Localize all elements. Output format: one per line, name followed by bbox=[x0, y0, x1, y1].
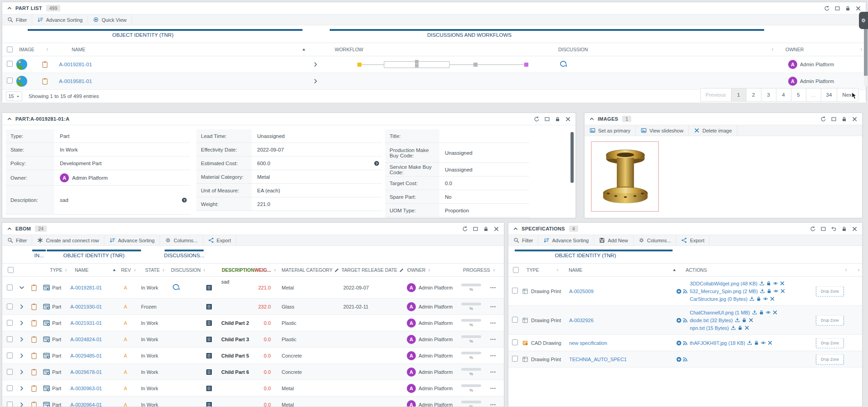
set-as-primary-button[interactable]: Set as primary bbox=[585, 125, 636, 136]
file-link[interactable]: diode.txt (32 Bytes) bbox=[690, 318, 733, 323]
page-button-5[interactable]: 5 bbox=[791, 88, 806, 102]
close-icon[interactable] bbox=[493, 226, 499, 232]
collapse-chevron-icon[interactable] bbox=[589, 116, 595, 122]
column-state[interactable]: STATE bbox=[145, 267, 166, 273]
clipboard-icon[interactable] bbox=[30, 336, 38, 343]
drop-zone[interactable]: Drop Zone bbox=[816, 315, 844, 325]
add-file-icon[interactable] bbox=[676, 288, 682, 294]
column-type[interactable]: TYPE bbox=[50, 267, 68, 273]
advance-sorting-button[interactable]: Advance Sorting bbox=[538, 235, 594, 245]
lock-icon[interactable] bbox=[737, 325, 743, 331]
description-table-icon[interactable] bbox=[205, 284, 213, 291]
close-icon[interactable] bbox=[852, 116, 858, 122]
expand-row-chevron-icon[interactable] bbox=[19, 304, 25, 310]
column-name[interactable]: NAME bbox=[75, 267, 88, 273]
refresh-icon[interactable] bbox=[820, 116, 826, 122]
table-row[interactable]: Part A-0029485-01 A In Work Child Part 5… bbox=[2, 348, 504, 364]
column-discussion[interactable]: DISCUSSION bbox=[558, 47, 588, 52]
row-checkbox[interactable] bbox=[7, 336, 13, 342]
row-menu-icon[interactable] bbox=[490, 320, 496, 326]
lock-icon[interactable] bbox=[841, 226, 847, 232]
collapse-chevron-icon[interactable] bbox=[7, 5, 12, 11]
part-name-link[interactable]: A-0021930-01 bbox=[70, 304, 102, 309]
download-icon[interactable] bbox=[747, 340, 752, 346]
row-checkbox[interactable] bbox=[7, 402, 13, 407]
description-table-icon[interactable] bbox=[205, 385, 213, 392]
row-menu-icon[interactable] bbox=[490, 353, 496, 359]
add-file-icon[interactable] bbox=[676, 340, 682, 346]
discussion-icon[interactable] bbox=[559, 60, 567, 69]
table-row[interactable]: Part A-0029678-01 A In Work Child Part 6… bbox=[2, 364, 504, 380]
tab-discussions[interactable]: DISCUSSIONS... bbox=[158, 253, 210, 258]
row-checkbox[interactable] bbox=[7, 385, 13, 391]
expand-chevron-icon[interactable] bbox=[312, 78, 319, 84]
add-file-icon[interactable] bbox=[676, 317, 682, 323]
row-checkbox[interactable] bbox=[7, 320, 13, 326]
table-row[interactable]: Drawing Print A-0025009 3DDCollabWidget.… bbox=[508, 277, 862, 306]
lock-icon[interactable] bbox=[741, 318, 747, 323]
column-type[interactable]: TYPE bbox=[527, 267, 539, 273]
quick-view-button[interactable]: Quick View bbox=[88, 15, 132, 25]
filter-button[interactable]: Filter bbox=[2, 235, 32, 245]
part-name-link[interactable]: A-0021931-01 bbox=[70, 320, 102, 326]
lock-icon[interactable] bbox=[759, 310, 764, 315]
lock-icon[interactable] bbox=[483, 226, 489, 232]
table-row[interactable]: Part A-0021930-01 A Frozen 232.0 Glass 2… bbox=[2, 299, 504, 315]
part-name-link[interactable]: A-0019281-01 bbox=[59, 62, 92, 67]
lock-icon[interactable] bbox=[555, 116, 561, 122]
expand-row-chevron-icon[interactable] bbox=[19, 353, 25, 359]
eye-icon[interactable] bbox=[763, 296, 768, 302]
help-icon[interactable] bbox=[181, 197, 187, 203]
expand-chevron-icon[interactable] bbox=[312, 61, 319, 68]
description-table-icon[interactable] bbox=[205, 336, 213, 343]
column-actions[interactable]: ACTIONS bbox=[686, 267, 707, 273]
close-icon[interactable] bbox=[852, 226, 858, 232]
refresh-icon[interactable] bbox=[534, 116, 540, 122]
help-icon[interactable] bbox=[374, 160, 380, 166]
row-menu-icon[interactable] bbox=[490, 369, 496, 375]
workflow-graphic[interactable] bbox=[357, 59, 531, 69]
remove-icon[interactable] bbox=[770, 296, 775, 302]
previous-page-button[interactable]: Previous bbox=[700, 88, 731, 102]
download-icon[interactable] bbox=[760, 289, 765, 294]
row-checkbox[interactable] bbox=[512, 356, 518, 362]
refresh-icon[interactable] bbox=[810, 226, 816, 232]
table-row[interactable]: Part A-0024824-01 A In Work Child Part 3… bbox=[2, 331, 504, 348]
row-checkbox[interactable] bbox=[512, 317, 518, 323]
spec-name-link[interactable]: TECHNIA_AUTO_SPEC1 bbox=[569, 357, 627, 362]
row-checkbox[interactable] bbox=[7, 353, 13, 358]
description-table-icon[interactable] bbox=[205, 352, 213, 359]
image-thumbnail-frame[interactable] bbox=[591, 141, 659, 212]
tab-discussions-workflows[interactable]: DISCUSSIONS AND WORKFLOWS bbox=[401, 32, 537, 38]
file-link[interactable]: thAFJOKH9T.jpg (18 KB) bbox=[690, 340, 745, 346]
delete-image-button[interactable]: Delete image bbox=[689, 125, 737, 136]
maximize-icon[interactable] bbox=[820, 226, 826, 232]
row-menu-icon[interactable] bbox=[490, 402, 496, 407]
part-name-link[interactable]: A-0029485-01 bbox=[70, 353, 102, 358]
download-icon[interactable] bbox=[731, 325, 736, 331]
part-thumbnail-globe[interactable] bbox=[16, 75, 28, 87]
download-icon[interactable] bbox=[735, 318, 740, 323]
expand-row-chevron-icon[interactable] bbox=[19, 402, 25, 407]
lock-icon[interactable] bbox=[756, 296, 761, 302]
filter-button[interactable]: Filter bbox=[2, 15, 32, 25]
spec-name-link[interactable]: A-0025009 bbox=[569, 289, 594, 294]
column-owner[interactable]: OWNER bbox=[407, 267, 431, 273]
clipboard-icon[interactable] bbox=[30, 319, 38, 327]
maximize-icon[interactable] bbox=[544, 116, 550, 122]
column-weight[interactable]: WEIG... bbox=[254, 267, 277, 273]
refresh-icon[interactable] bbox=[462, 226, 468, 232]
tab-object-identity[interactable]: OBJECT IDENTITY (TNR) bbox=[508, 253, 663, 258]
spec-name-link[interactable]: A-0032926 bbox=[569, 318, 594, 323]
table-row[interactable]: CAD Drawing new specification thAFJOKH9T… bbox=[508, 335, 862, 351]
file-link[interactable]: 532_Mercury_Spin.png (2 MB) bbox=[690, 289, 758, 294]
column-discussion[interactable]: DISCUSSION bbox=[171, 267, 206, 273]
maximize-icon[interactable] bbox=[831, 116, 837, 122]
row-menu-icon[interactable] bbox=[490, 284, 496, 291]
row-checkbox[interactable] bbox=[512, 339, 518, 345]
eye-icon[interactable] bbox=[766, 310, 771, 315]
clipboard-icon[interactable] bbox=[41, 61, 49, 68]
row-checkbox[interactable] bbox=[512, 288, 518, 294]
drop-zone[interactable]: Drop Zone bbox=[816, 354, 844, 364]
tab-object-identity[interactable]: OBJECT IDENTITY (TNR) bbox=[47, 253, 141, 258]
